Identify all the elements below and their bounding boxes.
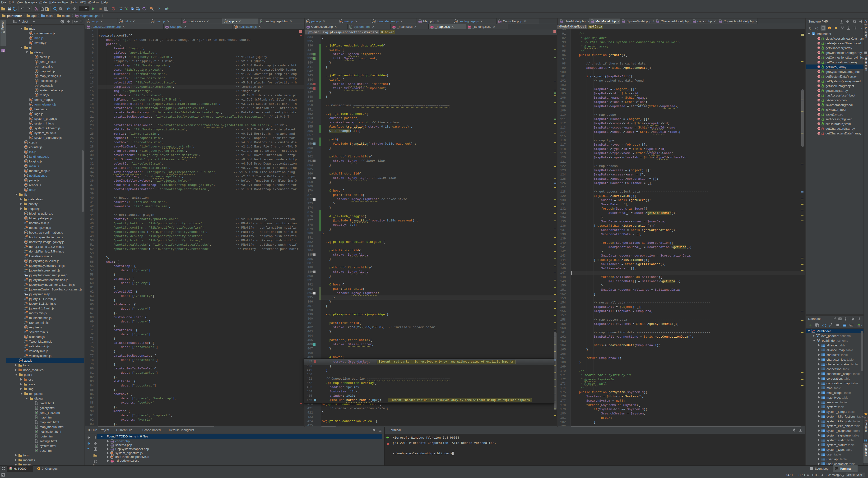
svg-text:JS: JS (25, 147, 27, 148)
svg-text:JS: JS (152, 21, 153, 22)
svg-text:php: php (307, 26, 310, 28)
svg-text:SASS: SASS (111, 460, 114, 461)
svg-text:php: php (166, 26, 168, 28)
svg-text:JS: JS (25, 185, 27, 186)
svg-text:JS: JS (36, 90, 37, 91)
svg-text:JS: JS (30, 99, 32, 100)
svg-text:JS: JS (26, 354, 28, 356)
svg-text:JS: JS (26, 221, 28, 223)
svg-text:a: a (817, 27, 818, 28)
svg-text:JS: JS (26, 340, 28, 342)
svg-text:m: m (818, 128, 820, 130)
svg-text:10: 10 (25, 350, 26, 351)
svg-text:JS: JS (20, 360, 22, 361)
svg-text:5: 5 (36, 436, 37, 438)
svg-text:JS: JS (373, 21, 374, 22)
svg-text:JS: JS (25, 213, 27, 214)
svg-text:01: 01 (25, 332, 26, 334)
svg-text:10: 10 (25, 288, 26, 289)
svg-text:VCS: VCS (125, 7, 128, 9)
svg-text:01: 01 (25, 228, 26, 229)
svg-text:php: php (622, 21, 625, 22)
svg-text:JS: JS (36, 61, 37, 63)
svg-text:10: 10 (25, 245, 26, 247)
svg-text:QL: QL (839, 318, 841, 320)
svg-text:JS: JS (25, 156, 27, 157)
svg-text:JS: JS (26, 316, 28, 318)
svg-text:JS: JS (36, 94, 37, 96)
svg-text:JS: JS (30, 113, 32, 115)
svg-text:5: 5 (36, 431, 37, 433)
svg-text:QL: QL (850, 324, 852, 326)
svg-text:01: 01 (25, 266, 26, 267)
svg-text:01: 01 (25, 252, 26, 253)
svg-text:JS: JS (307, 21, 309, 22)
svg-text:01: 01 (25, 342, 26, 343)
svg-text:5: 5 (36, 421, 37, 423)
svg-text:JS: JS (30, 137, 32, 138)
svg-text:z: z (817, 28, 818, 30)
svg-text:JS: JS (30, 33, 32, 34)
svg-text:JS: JS (26, 345, 28, 346)
svg-text:01: 01 (25, 299, 26, 301)
svg-text:JS: JS (225, 21, 226, 22)
svg-text:5: 5 (36, 445, 37, 447)
svg-text:JS: JS (25, 260, 27, 262)
svg-text:01: 01 (25, 237, 26, 239)
svg-text:01: 01 (25, 313, 26, 315)
svg-text:JSON: JSON (25, 294, 28, 295)
svg-text:JS: JS (26, 236, 28, 237)
svg-text:01: 01 (25, 318, 26, 320)
svg-text:JS: JS (25, 165, 27, 167)
svg-text:10: 10 (25, 269, 26, 270)
svg-text:JS: JS (25, 151, 27, 153)
svg-text:JS: JS (26, 226, 28, 228)
svg-text:SASS: SASS (468, 26, 471, 28)
svg-text:m: m (818, 66, 820, 68)
svg-text:JS: JS (25, 189, 27, 191)
svg-text:php: php (87, 26, 90, 28)
svg-text:JS: JS (25, 218, 27, 219)
svg-text:php: php (499, 21, 501, 22)
svg-text:a: a (810, 27, 811, 28)
svg-text:JS: JS (36, 80, 37, 82)
svg-text:10: 10 (25, 340, 26, 342)
svg-text:10: 10 (25, 302, 26, 304)
svg-text:SASS: SASS (392, 26, 396, 28)
svg-text:JS: JS (30, 37, 32, 39)
svg-text:m: m (818, 104, 820, 106)
svg-text:JS: JS (26, 302, 28, 304)
svg-text:5: 5 (36, 402, 37, 405)
svg-text:?: ? (87, 448, 89, 451)
svg-text:10: 10 (25, 255, 26, 256)
svg-text:JS: JS (26, 250, 28, 251)
svg-text:JS: JS (25, 170, 27, 172)
svg-text:JS: JS (30, 123, 32, 124)
svg-text:JS: JS (26, 350, 28, 351)
svg-text:JS: JS (26, 245, 28, 247)
svg-text:JSON: JSON (25, 275, 28, 277)
svg-text:JS: JS (111, 452, 113, 454)
svg-text:m: m (818, 123, 820, 125)
svg-text:10: 10 (25, 307, 26, 309)
svg-text:VCS: VCS (119, 7, 122, 9)
svg-text:JS: JS (36, 85, 37, 86)
svg-text:php: php (591, 21, 594, 22)
svg-text:JS: JS (26, 288, 28, 289)
svg-text:10: 10 (25, 345, 26, 346)
svg-text:01: 01 (25, 351, 26, 353)
svg-text:m: m (818, 37, 820, 40)
svg-text:10: 10 (25, 316, 26, 318)
svg-text:5: 5 (36, 440, 37, 442)
svg-text:01: 01 (25, 346, 26, 348)
svg-text:m: m (818, 132, 820, 134)
svg-text:m: m (818, 80, 820, 82)
svg-text:JS: JS (36, 75, 37, 77)
svg-text:5: 5 (36, 450, 37, 452)
svg-text:JS: JS (25, 180, 27, 181)
svg-text:01: 01 (25, 285, 26, 286)
svg-text:10: 10 (25, 312, 26, 313)
svg-text:JS: JS (88, 21, 89, 22)
svg-text:10: 10 (25, 354, 26, 356)
svg-text:10: 10 (25, 226, 26, 228)
